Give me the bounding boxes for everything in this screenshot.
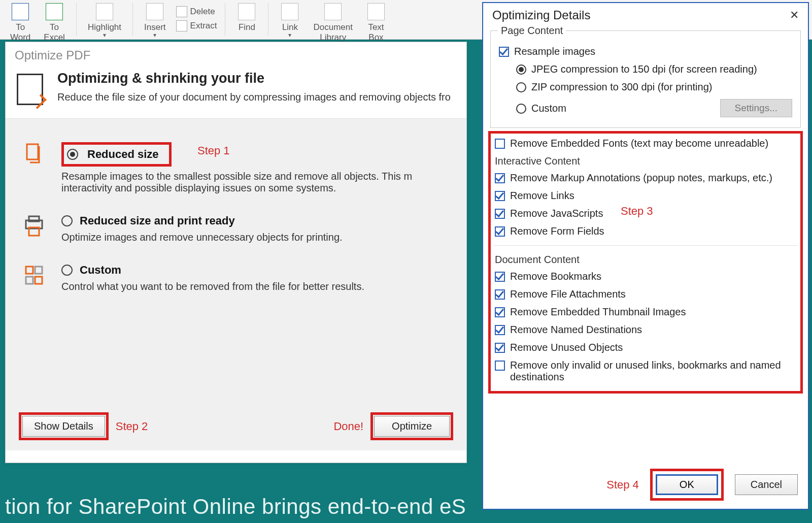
ribbon-highlight[interactable]: Highlight▾ (83, 2, 126, 42)
ribbon-separator (268, 3, 268, 36)
ribbon-insert[interactable]: Insert▾ (139, 2, 171, 42)
checkbox-icon (495, 289, 505, 300)
radio-icon (516, 104, 526, 114)
link-icon (281, 3, 298, 20)
option-desc: Control what you want to be removed from… (61, 281, 450, 292)
check-remove-bookmarks[interactable]: Remove Bookmarks (494, 268, 797, 285)
option-desc: Optimize images and remove unnecessary o… (61, 232, 450, 243)
highlighted-options-box: Remove Embedded Fonts (text may become u… (488, 131, 803, 394)
option-label: Custom (80, 264, 121, 277)
ribbon-find[interactable]: Find (231, 2, 262, 36)
checkbox-icon (495, 361, 505, 371)
annotation-done: Done! (333, 420, 363, 433)
ribbon-to-excel[interactable]: To Excel (39, 2, 70, 46)
doclib-icon (324, 3, 342, 20)
check-remove-invalid[interactable]: Remove only invalid or unused links, boo… (494, 356, 797, 386)
panel-heading: Optimizing & shrinking your file (57, 71, 451, 86)
check-remove-thumbnails[interactable]: Remove Embedded Thumbnail Images (494, 303, 797, 321)
background-text: tion for SharePoint Online brings end-to… (5, 495, 466, 519)
check-remove-form-fields[interactable]: Remove Form Fields (494, 222, 797, 240)
svg-rect-6 (26, 277, 33, 284)
radio-custom-compression[interactable]: Custom (516, 103, 566, 114)
option-label: Reduced size (87, 148, 159, 161)
option-reduced-size[interactable]: Reduced size Step 1 Resample images to t… (15, 133, 457, 205)
ribbon-to-word[interactable]: To Word (5, 2, 36, 46)
dialog-title: Optimizing Details (492, 8, 590, 22)
svg-rect-2 (29, 216, 39, 221)
settings-button[interactable]: Settings... (720, 99, 793, 117)
optimize-button[interactable]: Optimize (374, 416, 450, 437)
ribbon-separator (225, 3, 225, 36)
check-remove-unused[interactable]: Remove Unused Objects (494, 339, 797, 356)
chevron-down-icon: ▾ (103, 31, 106, 39)
delete-icon (176, 6, 187, 17)
check-remove-fonts[interactable]: Remove Embedded Fonts (text may become u… (494, 135, 797, 152)
panel-title: Optimize PDF (6, 42, 466, 66)
checkbox-icon (495, 173, 505, 183)
checkbox-icon (495, 191, 505, 201)
insert-icon (146, 3, 163, 20)
shrink-icon (23, 142, 45, 167)
radio-reduced-size[interactable] (67, 149, 78, 160)
annotation-step1: Step 1 (197, 144, 230, 157)
svg-rect-5 (35, 267, 42, 274)
option-custom[interactable]: Custom Control what you want to be remov… (15, 254, 457, 304)
cancel-button[interactable]: Cancel (735, 474, 798, 495)
section-document-content: Document Content (494, 251, 797, 268)
option-print-ready[interactable]: Reduced size and print ready Optimize im… (15, 205, 457, 254)
annotation-step2: Step 2 (116, 420, 148, 433)
printer-icon (23, 214, 45, 239)
ribbon-separator (76, 3, 77, 36)
highlight-icon (96, 3, 113, 20)
check-remove-named-dest[interactable]: Remove Named Destinations (494, 321, 797, 339)
checkbox-icon (499, 47, 509, 57)
radio-zip[interactable]: ZIP compression to 300 dpi (for printing… (515, 78, 793, 96)
optimize-pdf-panel: Optimize PDF Optimizing & shrinking your… (5, 42, 467, 463)
check-remove-attachments[interactable]: Remove File Attachments (494, 285, 797, 303)
excel-icon (46, 3, 63, 20)
checkbox-icon (495, 139, 505, 149)
check-remove-js[interactable]: Remove JavaScripts Step 3 (494, 205, 797, 222)
radio-icon (516, 82, 526, 92)
radio-print-ready[interactable] (61, 215, 73, 226)
ribbon-document-library[interactable]: Document Library (308, 2, 357, 46)
annotation-step3: Step 3 (621, 205, 653, 218)
ribbon-link[interactable]: Link▾ (275, 2, 305, 42)
extract-icon (176, 20, 187, 31)
panel-footer: Show Details Step 2 Done! Optimize (19, 412, 453, 440)
option-desc: Resample images to the smallest possible… (61, 171, 450, 194)
optimizing-details-dialog: Optimizing Details ✕ Page Content Resamp… (482, 2, 809, 510)
radio-jpeg[interactable]: JPEG compression to 150 dpi (for screen … (515, 60, 793, 78)
option-label: Reduced size and print ready (80, 214, 235, 227)
check-resample-images[interactable]: Resample images (498, 43, 793, 60)
group-label: Page Content (498, 25, 566, 36)
checkbox-icon (495, 307, 505, 317)
panel-body: Reduced size Step 1 Resample images to t… (6, 118, 466, 450)
checkbox-icon (495, 325, 505, 335)
ok-button[interactable]: OK (656, 474, 718, 495)
checkbox-icon (495, 343, 505, 353)
file-check-icon (17, 74, 43, 105)
close-button[interactable]: ✕ (790, 9, 799, 22)
svg-rect-4 (26, 267, 33, 274)
svg-rect-7 (35, 277, 42, 284)
panel-subheading: Reduce the file size of your document by… (57, 91, 451, 103)
find-icon (238, 3, 255, 20)
show-details-button[interactable]: Show Details (22, 416, 105, 437)
group-page-content: Page Content Resample images JPEG compre… (490, 30, 801, 128)
checkbox-icon (495, 226, 505, 237)
radio-custom[interactable] (61, 265, 73, 276)
ribbon-text-box[interactable]: Text Box (361, 2, 391, 46)
textbox-icon (367, 3, 385, 20)
ribbon-delete[interactable]: Delete (174, 5, 219, 18)
section-interactive-content: Interactive Content (494, 152, 797, 169)
dialog-footer: Step 4 OK Cancel (606, 469, 798, 501)
check-remove-markup[interactable]: Remove Markup Annotations (popup notes, … (494, 169, 797, 187)
ribbon-extract[interactable]: Extract (174, 19, 219, 32)
chevron-down-icon: ▾ (153, 31, 156, 39)
check-remove-links[interactable]: Remove Links (494, 187, 797, 205)
ribbon-separator (132, 3, 133, 36)
word-icon (12, 3, 29, 20)
checkbox-icon (495, 209, 505, 219)
annotation-step4: Step 4 (606, 478, 639, 492)
